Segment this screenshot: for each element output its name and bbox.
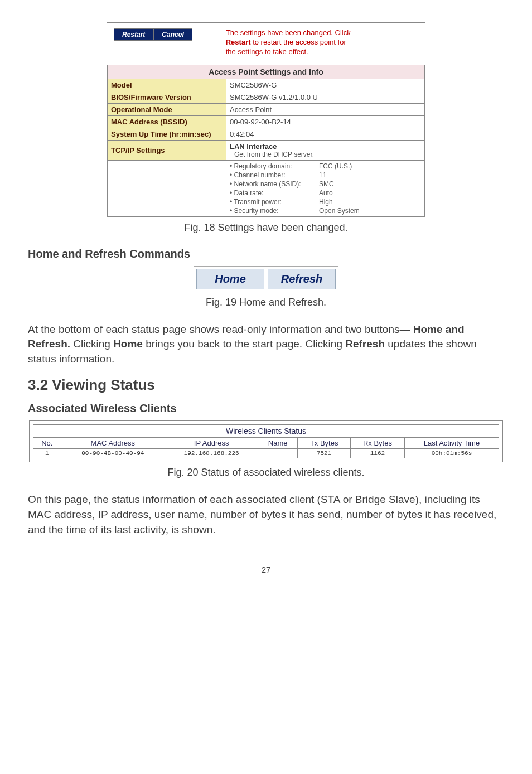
hr-para-bold2: Home: [113, 338, 143, 350]
col-no: No.: [33, 438, 61, 449]
hr-para-pre: At the bottom of each status page shows …: [28, 323, 410, 335]
channel-key: Channel number:: [230, 171, 319, 179]
clients-table-title: Wireless Clients Status: [33, 425, 499, 438]
mode-value: Access Point: [226, 103, 425, 115]
rate-key: Data rate:: [230, 189, 319, 197]
refresh-button[interactable]: Refresh: [268, 269, 336, 289]
col-last: Last Activity Time: [404, 438, 499, 449]
hr-para-mid1: Clicking: [73, 338, 113, 350]
table-row: 1 00-90-4B-00-40-94 192.168.168.226 7521…: [33, 449, 499, 458]
button-row: Restart Cancel: [114, 28, 192, 41]
wireless-details: Regulatory domain: FCC (U.S.) Channel nu…: [226, 160, 425, 216]
ssid-key: Network name (SSID):: [230, 180, 319, 188]
cell-ip: 192.168.168.226: [165, 449, 258, 458]
panel-top-row: Restart Cancel The settings have been ch…: [107, 23, 425, 65]
notice-line2: to restart the access point for: [251, 38, 346, 46]
mac-value: 00-09-92-00-B2-14: [226, 115, 425, 128]
cell-name: [258, 449, 298, 458]
model-label: Model: [108, 79, 226, 91]
channel-val: 11: [319, 171, 421, 179]
notice-line1: The settings have been changed. Click: [226, 28, 351, 37]
col-mac: MAC Address: [61, 438, 165, 449]
wireless-label-blank: [108, 160, 226, 216]
col-tx: Tx Bytes: [298, 438, 351, 449]
cell-rx: 1162: [351, 449, 405, 458]
home-refresh-heading: Home and Refresh Commands: [28, 248, 504, 260]
viewing-status-heading: 3.2 Viewing Status: [28, 376, 504, 394]
home-refresh-paragraph: At the bottom of each status page shows …: [28, 322, 504, 367]
sec-val: Open System: [319, 207, 421, 215]
uptime-label: System Up Time (hr:min:sec): [108, 128, 226, 140]
notice-bold: Restart: [226, 38, 251, 46]
tcpip-value: LAN Interface Get from the DHCP server.: [226, 140, 425, 160]
settings-panel: Restart Cancel The settings have been ch…: [107, 22, 425, 217]
cell-last: 00h:01m:56s: [404, 449, 499, 458]
fig19-caption: Fig. 19 Home and Refresh.: [28, 297, 504, 308]
mode-label: Operational Mode: [108, 103, 226, 115]
clients-table-wrap: Wireless Clients Status No. MAC Address …: [29, 420, 503, 462]
sec-key: Security mode:: [230, 207, 319, 215]
bios-value: SMC2586W-G v1.2/1.0.0 U: [226, 91, 425, 103]
hr-para-mid2: brings you back to the start page. Click…: [146, 338, 345, 350]
model-value: SMC2586W-G: [226, 79, 425, 91]
hr-para-bold3: Refresh: [345, 338, 385, 350]
reg-domain-key: Regulatory domain:: [230, 162, 319, 170]
home-refresh-buttons: Home Refresh: [194, 266, 338, 292]
rate-val: Auto: [319, 189, 421, 197]
tcpip-label: TCP/IP Settings: [108, 140, 226, 160]
clients-paragraph: On this page, the status information of …: [28, 492, 504, 537]
ssid-val: SMC: [319, 180, 421, 188]
restart-button[interactable]: Restart: [114, 28, 153, 41]
reg-domain-val: FCC (U.S.): [319, 162, 421, 170]
col-rx: Rx Bytes: [351, 438, 405, 449]
col-name: Name: [258, 438, 298, 449]
home-button[interactable]: Home: [196, 269, 264, 289]
uptime-value: 0:42:04: [226, 128, 425, 140]
fig20-caption: Fig. 20 Status of associated wireless cl…: [28, 467, 504, 478]
lan-interface-sub: Get from the DHCP server.: [230, 151, 421, 158]
lan-interface-title: LAN Interface: [230, 142, 421, 151]
settings-table-title: Access Point Settings and Info: [108, 65, 425, 79]
settings-changed-notice: The settings have been changed. Click Re…: [226, 28, 351, 57]
cell-no: 1: [33, 449, 61, 458]
associated-clients-heading: Associated Wireless Clients: [28, 402, 504, 415]
tx-key: Transmit power:: [230, 198, 319, 206]
bios-label: BIOS/Firmware Version: [108, 91, 226, 103]
clients-table: Wireless Clients Status No. MAC Address …: [33, 424, 499, 458]
notice-line3: the settings to take effect.: [226, 47, 308, 56]
cancel-button[interactable]: Cancel: [153, 28, 192, 41]
page-number: 27: [28, 565, 504, 574]
mac-label: MAC Address (BSSID): [108, 115, 226, 128]
fig18-caption: Fig. 18 Settings have been changed.: [28, 222, 504, 234]
cell-tx: 7521: [298, 449, 351, 458]
tx-val: High: [319, 198, 421, 206]
cell-mac: 00-90-4B-00-40-94: [61, 449, 165, 458]
settings-table: Access Point Settings and Info Model SMC…: [107, 65, 425, 217]
col-ip: IP Address: [165, 438, 258, 449]
